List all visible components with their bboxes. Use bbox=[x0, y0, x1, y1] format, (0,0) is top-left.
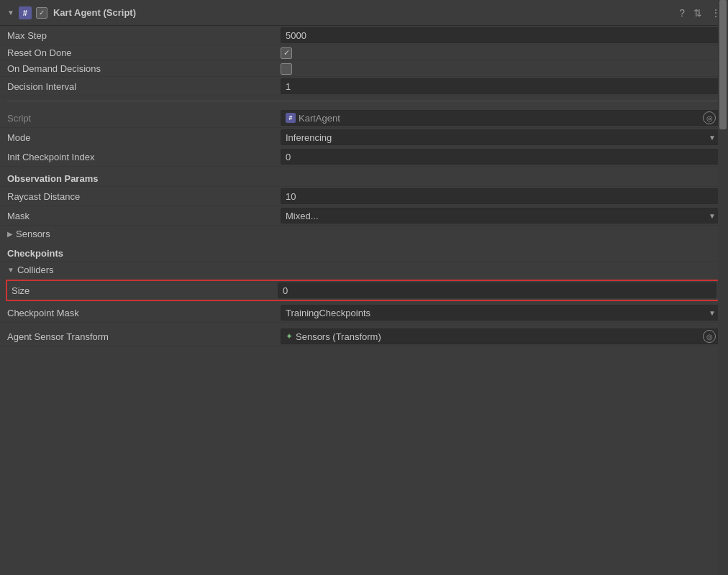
mask-row: Mask Mixed... ▼ bbox=[0, 206, 728, 226]
on-demand-decisions-row: On Demand Decisions bbox=[0, 61, 728, 77]
raycast-distance-field[interactable]: 10 bbox=[281, 188, 721, 204]
reset-on-done-row: Reset On Done bbox=[0, 45, 728, 61]
sensors-expand-row[interactable]: ▶ Sensors bbox=[0, 226, 728, 242]
observation-params-label: Observation Params bbox=[7, 173, 281, 184]
observation-params-row: Observation Params bbox=[0, 171, 728, 187]
raycast-distance-value-container: 10 bbox=[281, 188, 721, 204]
mask-value-container: Mixed... ▼ bbox=[281, 208, 721, 224]
checkpoint-mask-value-container: TrainingCheckpoints ▼ bbox=[281, 305, 721, 321]
on-demand-decisions-value-container bbox=[281, 63, 721, 75]
checkpoint-mask-dropdown-arrow-icon: ▼ bbox=[709, 309, 716, 317]
sensors-expand-arrow-icon: ▶ bbox=[7, 230, 13, 238]
agent-sensor-row: Agent Sensor Transform ✦ Sensors (Transf… bbox=[0, 327, 728, 346]
component-enable-checkbox[interactable]: ✓ bbox=[36, 7, 47, 19]
script-field-left: # KartAgent bbox=[286, 113, 340, 124]
help-icon[interactable]: ? bbox=[679, 7, 685, 19]
decision-interval-label: Decision Interval bbox=[7, 81, 281, 92]
script-select-button[interactable]: ◎ bbox=[703, 111, 716, 124]
colliders-expand-row[interactable]: ▼ Colliders bbox=[0, 262, 728, 277]
mask-label: Mask bbox=[7, 211, 281, 221]
mode-label: Mode bbox=[7, 132, 281, 143]
header-left-icons: ▼ # ✓ bbox=[7, 6, 47, 19]
checkpoint-mask-dropdown[interactable]: TrainingCheckpoints ▼ bbox=[281, 305, 721, 321]
size-field[interactable]: 0 bbox=[278, 282, 716, 298]
collapse-arrow-icon[interactable]: ▼ bbox=[7, 9, 14, 17]
scrollbar-track[interactable] bbox=[718, 0, 728, 575]
agent-sensor-value-container: ✦ Sensors (Transform) ◎ bbox=[281, 328, 721, 344]
decision-interval-value-container: 1 bbox=[281, 78, 721, 94]
agent-sensor-field[interactable]: ✦ Sensors (Transform) ◎ bbox=[281, 328, 721, 344]
mask-dropdown[interactable]: Mixed... ▼ bbox=[281, 208, 721, 224]
script-value-container: # KartAgent ◎ bbox=[281, 110, 721, 126]
sensor-transform-icon: ✦ bbox=[286, 331, 293, 341]
size-row-wrapper: Size 0 bbox=[0, 277, 728, 303]
checkpoint-mask-row: Checkpoint Mask TrainingCheckpoints ▼ bbox=[0, 303, 728, 323]
on-demand-decisions-checkbox[interactable] bbox=[281, 63, 292, 75]
mode-value-container: Inferencing ▼ bbox=[281, 129, 721, 145]
init-checkpoint-field[interactable]: 0 bbox=[281, 149, 721, 165]
raycast-distance-row: Raycast Distance 10 bbox=[0, 187, 728, 206]
decision-interval-field[interactable]: 1 bbox=[281, 78, 721, 94]
mode-row: Mode Inferencing ▼ bbox=[0, 128, 728, 147]
size-label: Size bbox=[12, 285, 278, 296]
header-actions: ? ⇅ ⋮ bbox=[679, 7, 721, 19]
script-hash-icon: # bbox=[286, 113, 296, 123]
max-step-field[interactable]: 5000 bbox=[281, 27, 721, 43]
agent-sensor-label: Agent Sensor Transform bbox=[7, 331, 281, 342]
checkpoint-mask-label: Checkpoint Mask bbox=[7, 308, 281, 318]
script-type-icon: # bbox=[19, 6, 32, 19]
size-highlighted-row: Size 0 bbox=[6, 280, 722, 301]
max-step-row: Max Step 5000 bbox=[0, 26, 728, 45]
reset-on-done-checkbox[interactable] bbox=[281, 47, 292, 59]
agent-sensor-field-left: ✦ Sensors (Transform) bbox=[286, 331, 381, 342]
max-step-label: Max Step bbox=[7, 30, 281, 41]
size-value-container: 0 bbox=[278, 282, 716, 298]
content: Max Step 5000 Reset On Done On Demand De… bbox=[0, 26, 728, 346]
init-checkpoint-row: Init Checkpoint Index 0 bbox=[0, 147, 728, 167]
mode-dropdown-arrow-icon: ▼ bbox=[709, 134, 716, 142]
script-row: Script # KartAgent ◎ bbox=[0, 109, 728, 128]
sensors-label: Sensors bbox=[16, 229, 50, 239]
script-label: Script bbox=[7, 113, 281, 124]
sliders-icon[interactable]: ⇅ bbox=[693, 7, 702, 19]
header: ▼ # ✓ Kart Agent (Script) ? ⇅ ⋮ bbox=[0, 0, 728, 26]
colliders-expand-arrow-icon: ▼ bbox=[7, 266, 14, 274]
max-step-value-container: 5000 bbox=[281, 27, 721, 43]
init-checkpoint-value-container: 0 bbox=[281, 149, 721, 165]
scroll-area[interactable]: Max Step 5000 Reset On Done On Demand De… bbox=[0, 26, 728, 575]
reset-on-done-label: Reset On Done bbox=[7, 47, 281, 58]
checkpoints-label: Checkpoints bbox=[7, 248, 281, 259]
component-title: Kart Agent (Script) bbox=[53, 7, 679, 18]
scrollbar-thumb[interactable] bbox=[719, 0, 727, 129]
decision-interval-row: Decision Interval 1 bbox=[0, 77, 728, 96]
init-checkpoint-label: Init Checkpoint Index bbox=[7, 152, 281, 162]
separator-1 bbox=[7, 101, 721, 101]
script-field[interactable]: # KartAgent ◎ bbox=[281, 110, 721, 126]
raycast-distance-label: Raycast Distance bbox=[7, 191, 281, 202]
agent-sensor-select-button[interactable]: ◎ bbox=[703, 330, 716, 343]
mode-dropdown[interactable]: Inferencing ▼ bbox=[281, 129, 721, 145]
checkpoints-row: Checkpoints bbox=[0, 246, 728, 262]
inspector-panel: ▼ # ✓ Kart Agent (Script) ? ⇅ ⋮ Max Step… bbox=[0, 0, 728, 575]
mask-dropdown-arrow-icon: ▼ bbox=[709, 212, 716, 220]
on-demand-decisions-label: On Demand Decisions bbox=[7, 63, 281, 74]
colliders-label: Colliders bbox=[17, 264, 54, 275]
reset-on-done-value-container bbox=[281, 47, 721, 59]
